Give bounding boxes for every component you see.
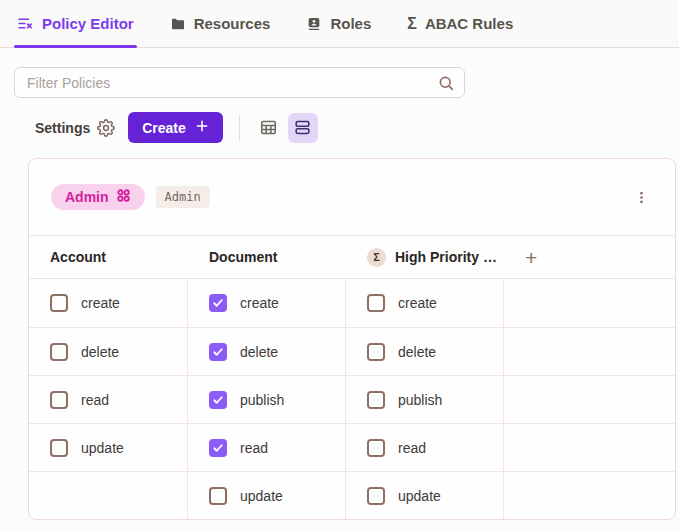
permission-cell: read	[346, 424, 504, 471]
permission-cell: create	[346, 279, 504, 327]
empty-cell	[504, 279, 675, 327]
permission-label: delete	[81, 344, 119, 360]
policy-table-body: createcreatecreatedeletedeletedeleteread…	[29, 279, 675, 519]
checkbox-checked[interactable]	[209, 294, 227, 312]
empty-cell	[504, 376, 675, 423]
tab-label: Policy Editor	[42, 15, 134, 32]
permission-label: publish	[398, 392, 442, 408]
create-button[interactable]: Create	[128, 112, 223, 143]
checkbox-checked[interactable]	[209, 343, 227, 361]
empty-cell	[504, 424, 675, 471]
checkbox-unchecked[interactable]	[50, 391, 68, 409]
policy-editor-icon	[17, 15, 34, 32]
main-tabbar: Policy Editor Resources Roles Σ ABAC Rul…	[0, 0, 679, 48]
checkbox-unchecked[interactable]	[50, 439, 68, 457]
filter-policies-input[interactable]	[14, 67, 465, 98]
permission-cell: read	[29, 376, 188, 423]
permission-label: create	[398, 295, 437, 311]
permission-label: read	[81, 392, 109, 408]
kebab-menu-icon[interactable]	[630, 185, 653, 210]
permission-label: delete	[398, 344, 436, 360]
permission-cell: delete	[29, 328, 188, 375]
checkbox-unchecked[interactable]	[367, 294, 385, 312]
create-button-label: Create	[142, 120, 186, 136]
permission-label: create	[81, 295, 120, 311]
permission-label: read	[240, 440, 268, 456]
policy-card-header: Admin Admin	[29, 159, 675, 235]
search-icon	[437, 74, 455, 92]
permission-cell: update	[188, 472, 346, 519]
checkbox-unchecked[interactable]	[367, 439, 385, 457]
permission-cell	[29, 472, 188, 519]
permission-cell: delete	[188, 328, 346, 375]
folder-icon	[170, 16, 186, 32]
checkbox-unchecked[interactable]	[50, 343, 68, 361]
permission-cell: create	[29, 279, 188, 327]
checkbox-unchecked[interactable]	[209, 487, 227, 505]
grid-view-button[interactable]	[254, 113, 284, 143]
table-row: createcreatecreate	[29, 279, 675, 327]
permission-cell: delete	[346, 328, 504, 375]
permissions-table-header: Account Document Σ High Priority … +	[29, 235, 675, 279]
permission-cell: read	[188, 424, 346, 471]
permission-label: create	[240, 295, 279, 311]
empty-cell	[504, 472, 675, 519]
tab-label: Roles	[330, 15, 371, 32]
checkbox-unchecked[interactable]	[367, 391, 385, 409]
checkbox-checked[interactable]	[209, 391, 227, 409]
tab-roles[interactable]: Roles	[303, 0, 374, 47]
table-row: updateupdate	[29, 471, 675, 519]
permission-cell: publish	[346, 376, 504, 423]
permissions-table: Account Document Σ High Priority … + cre…	[29, 235, 675, 519]
tab-label: Resources	[194, 15, 271, 32]
checkbox-unchecked[interactable]	[367, 343, 385, 361]
role-tag-badge: Admin	[156, 186, 210, 208]
policy-card: Admin Admin Account	[28, 158, 676, 520]
settings-label: Settings	[35, 120, 90, 136]
permission-label: read	[398, 440, 426, 456]
empty-cell	[504, 328, 675, 375]
gear-icon[interactable]	[97, 119, 115, 137]
permission-label: publish	[240, 392, 284, 408]
permission-label: delete	[240, 344, 278, 360]
tab-label: ABAC Rules	[425, 15, 513, 32]
permission-cell: create	[188, 279, 346, 327]
sigma-badge-icon: Σ	[367, 248, 386, 267]
rows-view-button[interactable]	[288, 113, 318, 143]
permission-cell: update	[29, 424, 188, 471]
filter-policies-wrap	[14, 67, 465, 98]
checkbox-checked[interactable]	[209, 439, 227, 457]
component-rings-icon	[116, 188, 131, 206]
column-header-document: Document	[188, 249, 346, 265]
sigma-icon: Σ	[407, 15, 417, 33]
plus-icon	[195, 119, 209, 136]
policy-name-pill[interactable]: Admin	[51, 184, 145, 210]
column-header-add: +	[504, 247, 675, 268]
column-header-high-priority: Σ High Priority …	[346, 248, 504, 267]
toolbar-divider	[239, 115, 240, 141]
add-column-button[interactable]: +	[504, 247, 537, 268]
permission-label: update	[240, 488, 283, 504]
tab-policy-editor[interactable]: Policy Editor	[14, 0, 137, 47]
permission-label: update	[398, 488, 441, 504]
checkbox-unchecked[interactable]	[50, 294, 68, 312]
checkbox-unchecked[interactable]	[367, 487, 385, 505]
tab-abac-rules[interactable]: Σ ABAC Rules	[404, 0, 516, 47]
id-card-icon	[306, 16, 322, 32]
permission-label: update	[81, 440, 124, 456]
policy-name-label: Admin	[65, 189, 109, 205]
permission-cell: publish	[188, 376, 346, 423]
table-row: updatereadread	[29, 423, 675, 471]
table-row: readpublishpublish	[29, 375, 675, 423]
toolbar: Settings Create	[14, 112, 665, 143]
view-toggle	[254, 113, 318, 143]
column-header-account: Account	[29, 249, 188, 265]
tab-resources[interactable]: Resources	[167, 0, 274, 47]
table-row: deletedeletedelete	[29, 327, 675, 375]
permission-cell: update	[346, 472, 504, 519]
